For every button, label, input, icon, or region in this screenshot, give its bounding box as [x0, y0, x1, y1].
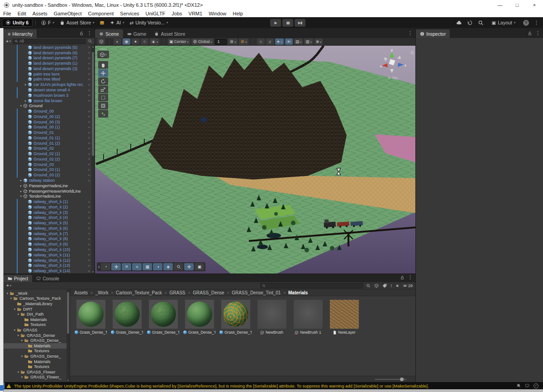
- expand-arrow[interactable]: ▸: [24, 99, 28, 103]
- maximize-button[interactable]: □: [509, 0, 526, 10]
- prefab-open-arrow[interactable]: >: [88, 45, 90, 49]
- help-button[interactable]: ?: [523, 20, 529, 26]
- transform-tool[interactable]: [98, 102, 108, 109]
- prefab-open-arrow[interactable]: >: [88, 136, 90, 140]
- menu-help[interactable]: Help: [229, 10, 246, 17]
- menu-gameobject[interactable]: GameObject: [51, 10, 85, 17]
- kebab-menu-icon[interactable]: ⋮: [408, 274, 413, 280]
- hierarchy-item[interactable]: ▸PassengerHeavenWorldLine: [4, 189, 95, 194]
- move-tool[interactable]: [98, 69, 108, 77]
- thumbnail-size-slider[interactable]: [375, 379, 406, 380]
- packages-filter-icon[interactable]: [374, 283, 379, 288]
- shape-tool[interactable]: ✕: [122, 263, 131, 270]
- search-picker-icon[interactable]: [88, 39, 92, 43]
- hierarchy-item[interactable]: Ground_02>: [4, 146, 95, 151]
- asset-store-dropdown[interactable]: Asset Store ▾: [57, 19, 97, 27]
- camera-capture-tool[interactable]: ▣: [195, 263, 204, 270]
- project-folder-item[interactable]: Textures: [4, 322, 70, 328]
- prefab-open-arrow[interactable]: >: [88, 88, 90, 92]
- cloud-icon[interactable]: [456, 20, 462, 26]
- lock-icon[interactable]: [79, 31, 84, 36]
- asset-card[interactable]: NewLayer: [328, 300, 360, 335]
- scroll-down-arrow[interactable]: ▼: [91, 270, 95, 273]
- project-folder-item[interactable]: ▾GRASS: [4, 327, 70, 333]
- hierarchy-item[interactable]: railway_short_k (7)>: [4, 231, 95, 236]
- grid-visibility-dropdown[interactable]: ▾: [239, 38, 248, 45]
- menu-unigltf[interactable]: UniGLTF: [143, 10, 169, 17]
- tab-hierarchy[interactable]: ≡ Hierarchy: [4, 29, 37, 38]
- prefab-open-arrow[interactable]: >: [88, 152, 90, 156]
- hierarchy-item[interactable]: Ground_01 (1)>: [4, 135, 95, 141]
- hierarchy-item[interactable]: railway_short_k (4)>: [4, 215, 95, 221]
- undo-history-icon[interactable]: [467, 20, 473, 26]
- play-button[interactable]: ▶: [270, 19, 281, 27]
- prefab-open-arrow[interactable]: >: [88, 226, 90, 230]
- project-folder-item[interactable]: ▾GRASS_Dense_: [4, 354, 70, 359]
- menu-file[interactable]: File: [0, 10, 14, 17]
- prefab-open-arrow[interactable]: >: [88, 56, 90, 60]
- view-options-button[interactable]: [97, 38, 105, 45]
- prefab-open-arrow[interactable]: >: [88, 61, 90, 66]
- expand-arrow[interactable]: ▾: [13, 328, 17, 332]
- pause-button[interactable]: ▮▮: [282, 19, 293, 27]
- expand-arrow[interactable]: ▾: [19, 104, 23, 108]
- notifications-muted-icon[interactable]: [516, 383, 521, 388]
- hierarchy-item[interactable]: railway_short_k (9)>: [4, 241, 95, 247]
- asset-label[interactable]: Grass_Dense_T...: [75, 330, 107, 335]
- hierarchy-search-field[interactable]: [13, 39, 86, 44]
- asset-card[interactable]: NewBrush 1: [292, 300, 324, 335]
- tab-game[interactable]: Game: [123, 29, 151, 38]
- gizmos-dropdown[interactable]: ⊕▾: [314, 38, 323, 45]
- kebab-menu-icon[interactable]: ⋮: [535, 30, 540, 36]
- hierarchy-item[interactable]: ▸car SUVs pickups lights rec>: [4, 82, 95, 87]
- add-gameobject-button[interactable]: +▾: [6, 39, 11, 44]
- project-folder-item[interactable]: ▾GRASS_Dense: [4, 333, 70, 338]
- search-icon[interactable]: [478, 20, 484, 26]
- shading-shaded-button[interactable]: ●: [132, 38, 139, 45]
- menu-edit[interactable]: Edit: [14, 10, 29, 17]
- asset-card[interactable]: Grass_Dense_T...: [183, 300, 215, 335]
- expand-arrow[interactable]: ▾: [13, 307, 17, 311]
- tab-console[interactable]: Console: [32, 275, 63, 282]
- breadcrumb-item[interactable]: Materials: [288, 290, 308, 295]
- vertex-color-tool[interactable]: ◈: [163, 263, 173, 270]
- layers-dropdown[interactable]: ▤▾: [294, 38, 303, 45]
- rotate-tool[interactable]: [98, 77, 108, 85]
- zoom-tool[interactable]: [174, 263, 183, 270]
- expand-arrow[interactable]: ▸: [24, 83, 28, 86]
- hierarchy-item[interactable]: Ground_03 (1)>: [4, 167, 95, 173]
- expand-arrow[interactable]: ▾: [20, 354, 24, 358]
- scene-visibility-toggle[interactable]: [285, 38, 293, 45]
- orbit-tool[interactable]: ◔: [101, 263, 110, 270]
- project-folder-item[interactable]: Materials: [4, 343, 70, 349]
- prefab-open-arrow[interactable]: >: [88, 114, 90, 118]
- hierarchy-item[interactable]: Ground_01>: [4, 130, 95, 135]
- step-button[interactable]: ▶▮: [295, 19, 305, 27]
- prefab-open-arrow[interactable]: >: [88, 205, 90, 209]
- asset-thumbnail[interactable]: [76, 300, 105, 329]
- asset-thumbnail[interactable]: [113, 300, 142, 329]
- scrollbar-thumb[interactable]: [92, 52, 94, 156]
- breadcrumb-item[interactable]: GRASS_Dense_Tint_01: [232, 290, 281, 295]
- version-control-dropdown[interactable]: ⇄ Unity Versio... ▾: [127, 19, 171, 27]
- prefab-open-arrow[interactable]: >: [88, 168, 90, 172]
- asset-thumbnail[interactable]: [330, 300, 359, 329]
- project-folder-item[interactable]: Textures: [4, 364, 70, 369]
- importance-filter-icon[interactable]: !: [391, 283, 392, 288]
- expand-arrow[interactable]: ▾: [16, 334, 20, 337]
- hierarchy-item[interactable]: railway_short_k (8)>: [4, 236, 95, 242]
- project-folder-item[interactable]: ▾GRASS_Flower_: [4, 375, 70, 380]
- display-icon[interactable]: [525, 383, 529, 388]
- unity-hub-badge[interactable]: Unity 6: [2, 19, 33, 27]
- menu-services[interactable]: Services: [117, 10, 142, 17]
- prefab-open-arrow[interactable]: >: [88, 242, 90, 246]
- hierarchy-item[interactable]: railway_short_k (11)>: [4, 252, 95, 258]
- tab-asset-store[interactable]: Asset Store: [150, 29, 189, 38]
- prefab-open-arrow[interactable]: >: [88, 253, 90, 257]
- prefab-open-arrow[interactable]: >: [88, 216, 90, 220]
- asset-thumbnail[interactable]: [221, 300, 250, 329]
- hierarchy-item[interactable]: railway_short_k (2)>: [4, 204, 95, 210]
- asset-label[interactable]: NewBrush: [260, 330, 283, 335]
- kebab-menu-icon[interactable]: ⋮: [408, 30, 413, 36]
- project-folder-item[interactable]: ▾GRASS_Flower: [4, 369, 70, 375]
